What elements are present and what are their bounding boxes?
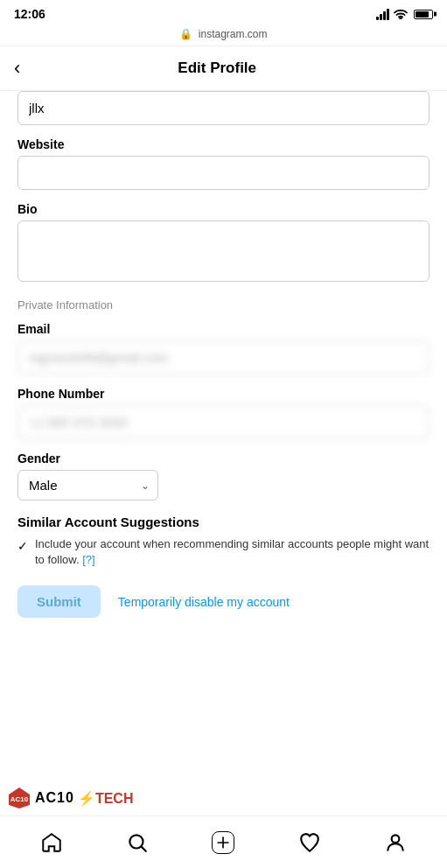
phone-label: Phone Number <box>17 387 430 401</box>
battery-icon <box>414 10 433 19</box>
username-group <box>17 91 430 125</box>
page-header: ‹ Edit Profile <box>0 46 447 91</box>
status-icons <box>376 9 433 20</box>
bio-label: Bio <box>17 202 430 216</box>
submit-button[interactable]: Submit <box>17 585 101 618</box>
username-input[interactable] <box>17 91 430 125</box>
nav-search-button[interactable] <box>120 825 155 860</box>
form-content: Website Bio Private Information Email Ph… <box>0 91 447 635</box>
nav-add-button[interactable] <box>206 825 241 860</box>
private-info-label: Private Information <box>17 298 430 312</box>
phone-group: Phone Number <box>17 387 430 439</box>
checkmark-icon: ✓ <box>17 538 28 556</box>
watermark-suffix: ⚡TECH <box>78 790 134 807</box>
watermark-text: AC10 <box>35 790 74 806</box>
disable-account-link[interactable]: Temporarily disable my account <box>118 595 290 609</box>
lock-icon: 🔒 <box>179 28 192 40</box>
suggestions-text: Include your account when recommending s… <box>35 536 430 568</box>
signal-icon <box>376 9 389 20</box>
nav-heart-button[interactable] <box>292 825 327 860</box>
address-bar: 🔒 instagram.com <box>0 24 447 46</box>
home-icon <box>40 831 63 854</box>
suggestions-row: ✓ Include your account when recommending… <box>17 536 430 568</box>
suggestions-title: Similar Account Suggestions <box>17 514 430 529</box>
svg-point-0 <box>400 18 402 19</box>
email-group: Email <box>17 322 430 374</box>
add-icon <box>212 831 234 854</box>
help-link[interactable]: [?] <box>82 553 94 566</box>
phone-input[interactable] <box>17 405 430 439</box>
back-button[interactable]: ‹ <box>14 55 27 81</box>
bio-input[interactable] <box>17 220 430 282</box>
page-title: Edit Profile <box>27 60 407 77</box>
bottom-nav <box>0 816 447 868</box>
website-group: Website <box>17 137 430 190</box>
watermark: AC10 AC10 ⚡TECH <box>0 782 140 814</box>
gender-select[interactable]: Male Female Custom Prefer not to say <box>17 470 158 500</box>
wifi-icon <box>394 9 408 19</box>
email-input[interactable] <box>17 340 430 374</box>
suggestions-section: Similar Account Suggestions ✓ Include yo… <box>17 514 430 568</box>
search-icon <box>126 831 149 854</box>
website-label: Website <box>17 137 430 151</box>
email-label: Email <box>17 322 430 336</box>
svg-line-4 <box>142 846 146 850</box>
submit-row: Submit Temporarily disable my account <box>17 585 430 618</box>
gender-label: Gender <box>17 452 430 466</box>
svg-text:AC10: AC10 <box>10 795 29 803</box>
profile-icon <box>384 831 407 854</box>
status-time: 12:06 <box>14 7 45 21</box>
gender-select-wrapper: Male Female Custom Prefer not to say ⌄ <box>17 470 158 500</box>
nav-home-button[interactable] <box>34 825 69 860</box>
website-input[interactable] <box>17 156 430 190</box>
gender-group: Gender Male Female Custom Prefer not to … <box>17 452 430 500</box>
bio-group: Bio <box>17 202 430 284</box>
status-bar: 12:06 <box>0 0 447 24</box>
domain-text: instagram.com <box>199 28 268 40</box>
svg-point-7 <box>392 835 400 843</box>
nav-profile-button[interactable] <box>378 825 413 860</box>
heart-icon <box>298 831 321 854</box>
watermark-logo: AC10 <box>7 786 31 810</box>
